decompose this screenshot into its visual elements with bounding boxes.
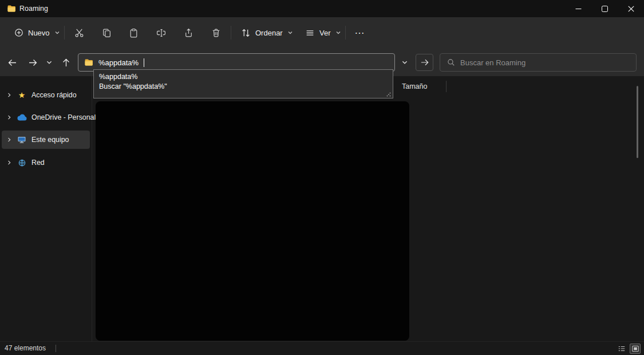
toolbar-separator — [64, 26, 65, 40]
suggestion-item[interactable]: %appdata% — [94, 72, 393, 82]
search-input[interactable] — [460, 58, 629, 67]
new-button-label: Nuevo — [28, 29, 50, 37]
address-suggestions-dropdown: %appdata% Buscar "%appdata%" — [93, 69, 393, 98]
toolbar-separator — [345, 26, 346, 40]
column-divider — [446, 81, 447, 92]
thumbnail-view-icon — [631, 345, 639, 353]
back-button[interactable] — [3, 53, 21, 72]
cloud-icon — [17, 114, 27, 121]
details-view-icon — [618, 345, 626, 353]
content-pane[interactable] — [96, 101, 409, 341]
rename-button[interactable] — [149, 23, 172, 42]
toolbar-separator — [231, 26, 231, 40]
close-button[interactable] — [618, 0, 644, 17]
up-button[interactable] — [57, 53, 75, 72]
new-button[interactable]: Nuevo — [8, 23, 66, 42]
network-icon — [17, 159, 27, 167]
arrow-right-icon — [28, 58, 38, 68]
plus-circle-icon — [14, 28, 23, 37]
items-count-label: 47 elementos — [5, 342, 46, 355]
go-button[interactable] — [416, 54, 433, 71]
chevron-right-icon[interactable] — [6, 137, 12, 143]
suggestion-item[interactable]: Buscar "%appdata%" — [94, 82, 393, 92]
sidebar: ★ Acceso rápido OneDrive - Personal Este… — [0, 76, 92, 341]
share-icon — [184, 28, 193, 38]
view-button[interactable]: Ver — [299, 23, 347, 42]
arrow-up-icon — [61, 58, 71, 68]
arrow-right-icon — [420, 58, 429, 67]
scrollbar-thumb[interactable] — [637, 86, 638, 158]
forward-button[interactable] — [23, 53, 42, 72]
paste-icon — [129, 28, 139, 38]
chevron-right-icon[interactable] — [6, 92, 12, 98]
search-box[interactable] — [440, 53, 637, 72]
view-list-icon — [305, 28, 315, 38]
status-bar: 47 elementos — [0, 341, 644, 355]
minimize-button[interactable] — [565, 0, 591, 17]
delete-button[interactable] — [204, 23, 227, 42]
chevron-down-icon — [335, 30, 341, 36]
arrow-left-icon — [7, 58, 17, 68]
text-caret — [144, 58, 144, 67]
paste-button[interactable] — [122, 23, 145, 42]
view-button-label: Ver — [319, 29, 331, 37]
sidebar-item-label: Acceso rápido — [31, 91, 77, 99]
sidebar-item-label: Este equipo — [31, 136, 69, 144]
minimize-icon — [575, 6, 582, 12]
details-view-button[interactable] — [616, 344, 627, 354]
maximize-icon — [602, 6, 608, 12]
chevron-right-icon[interactable] — [6, 115, 12, 120]
chevron-down-icon — [401, 59, 408, 66]
address-dropdown-button[interactable] — [397, 54, 413, 70]
computer-icon — [17, 135, 27, 144]
rename-icon — [156, 28, 166, 38]
sidebar-item-label: Red — [31, 159, 45, 167]
sort-button[interactable]: Ordenar — [235, 23, 299, 42]
share-button[interactable] — [177, 23, 200, 42]
command-bar: Nuevo Ordenar Ver — [0, 17, 644, 49]
sidebar-item-label: OneDrive - Personal — [31, 113, 96, 121]
window-title: Roaming — [19, 5, 48, 13]
sidebar-item-this-pc[interactable]: Este equipo — [2, 131, 90, 149]
search-icon — [447, 58, 455, 66]
cut-button[interactable] — [68, 23, 90, 42]
folder-icon — [84, 58, 93, 67]
thumbnail-view-button[interactable] — [630, 344, 641, 354]
scissors-icon — [74, 28, 84, 38]
sidebar-item-network[interactable]: Red — [2, 153, 90, 172]
chevron-down-icon — [287, 30, 293, 36]
more-options-button[interactable]: … — [349, 23, 370, 42]
trash-icon — [211, 28, 221, 38]
chevron-down-icon — [46, 59, 53, 66]
copy-button[interactable] — [95, 23, 118, 42]
sidebar-item-onedrive[interactable]: OneDrive - Personal — [2, 108, 90, 127]
close-icon — [628, 6, 634, 12]
recent-locations-button[interactable] — [42, 53, 57, 72]
copy-icon — [102, 28, 112, 38]
titlebar: Roaming — [0, 0, 644, 17]
more-options-icon: … — [354, 25, 365, 37]
chevron-right-icon[interactable] — [6, 160, 12, 165]
sort-button-label: Ordenar — [255, 29, 283, 37]
sort-icon — [241, 28, 251, 38]
resize-grip-icon[interactable] — [386, 92, 391, 97]
window-controls — [565, 0, 644, 17]
star-icon: ★ — [17, 91, 27, 99]
column-header-size[interactable]: Tamaño — [400, 80, 429, 93]
maximize-button[interactable] — [591, 0, 618, 17]
chevron-down-icon — [54, 30, 60, 36]
statusbar-divider — [56, 345, 56, 352]
address-input-text: %appdata% — [98, 58, 139, 67]
sidebar-item-quick-access[interactable]: ★ Acceso rápido — [2, 86, 90, 104]
file-explorer-window: Roaming Nuevo — [0, 0, 644, 355]
folder-icon — [7, 4, 16, 13]
